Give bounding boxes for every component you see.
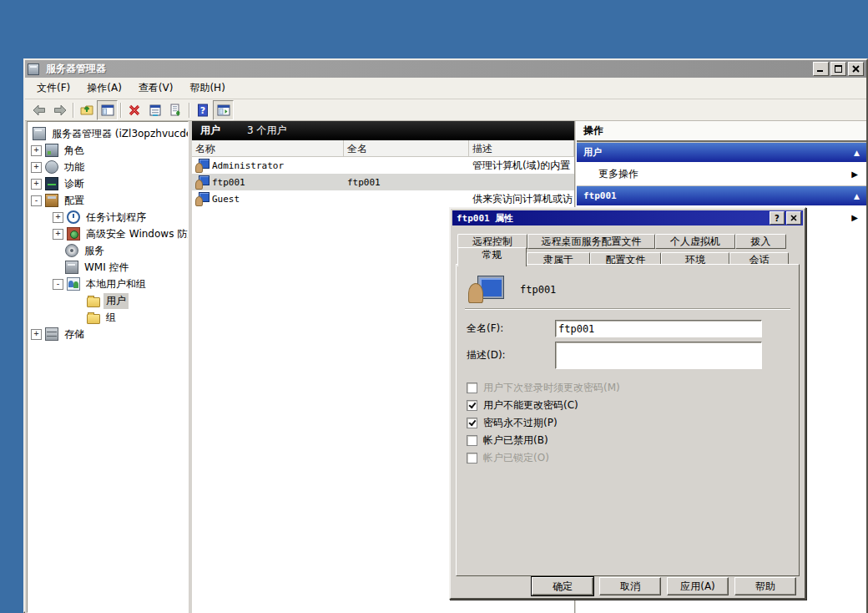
checkbox-must-change-password[interactable]: 用户下次登录时须更改密码(M) <box>467 382 620 394</box>
up-folder-button[interactable] <box>76 100 97 120</box>
tree-item-configuration[interactable]: -配置 <box>28 192 188 209</box>
tree-item-diagnostics[interactable]: +诊断 <box>28 175 188 192</box>
actions-section-ftp001[interactable]: ftp001 ▲ <box>577 185 866 205</box>
close-button[interactable] <box>848 62 864 76</box>
column-header-name[interactable]: 名称 <box>192 140 344 156</box>
checkbox-icon[interactable] <box>467 382 477 393</box>
window-title: 服务器管理器 <box>46 62 811 76</box>
fullname-label: 全名(F): <box>467 322 555 336</box>
toolbar-separator <box>120 103 121 118</box>
wmi-control-icon <box>65 261 78 274</box>
checkbox-icon[interactable] <box>467 435 477 446</box>
expander-plus[interactable]: + <box>31 162 42 173</box>
expander-plus[interactable]: + <box>53 212 63 223</box>
diagnostics-icon <box>45 177 58 190</box>
collapse-icon[interactable]: ▲ <box>854 149 860 157</box>
more-actions-users[interactable]: 更多操作 ▶ <box>577 162 866 185</box>
dialog-buttons: 确定 取消 应用(A) 帮助 <box>526 577 796 595</box>
checkbox-icon[interactable] <box>467 453 477 464</box>
tab-personal-vm[interactable]: 个人虚拟机 <box>655 234 735 249</box>
expander-plus[interactable]: + <box>31 329 42 340</box>
tab-rds-profile[interactable]: 远程桌面服务配置文件 <box>527 234 655 249</box>
services-icon <box>65 244 78 257</box>
show-action-pane-button[interactable] <box>213 100 234 120</box>
tab-row-lower: 常规隶属于配置文件环境会话 <box>457 249 798 264</box>
export-list-icon <box>169 104 183 117</box>
tree-item-local-users-groups[interactable]: -本地用户和组 <box>28 276 188 292</box>
tree-item-storage[interactable]: +存储 <box>28 326 188 342</box>
checkbox-account-disabled[interactable]: 帐户已禁用(B) <box>467 434 548 447</box>
back-button[interactable] <box>28 100 49 120</box>
back-icon <box>33 104 46 117</box>
properties-button[interactable] <box>144 100 165 120</box>
column-header-fullname[interactable]: 全名 <box>344 140 469 156</box>
menu-view[interactable]: 查看(V) <box>130 79 182 98</box>
export-list-button[interactable] <box>165 100 186 120</box>
menu-help[interactable]: 帮助(H) <box>181 79 233 98</box>
list-title: 用户 <box>200 124 220 138</box>
help-icon: ? <box>196 104 209 117</box>
delete-button[interactable] <box>124 100 144 120</box>
help-button[interactable]: 帮助 <box>734 577 796 595</box>
dialog-titlebar[interactable]: ftp001 属性 ? <box>452 210 803 225</box>
task-scheduler-icon <box>67 210 80 224</box>
server-manager-icon <box>28 63 39 75</box>
user-row-guest[interactable]: Guest 供来宾访问计算机或访 <box>192 190 574 207</box>
apply-button[interactable]: 应用(A) <box>667 577 729 595</box>
list-count: 3 个用户 <box>247 124 286 138</box>
dialog-help-button[interactable]: ? <box>770 211 785 225</box>
tab-general[interactable]: 常规 <box>457 247 527 266</box>
forward-icon <box>53 104 67 117</box>
close-icon <box>790 215 797 221</box>
expander-minus[interactable]: - <box>31 195 42 206</box>
question-icon: ? <box>775 214 780 223</box>
tree-item-task-scheduler[interactable]: +任务计划程序 <box>28 209 188 225</box>
user-row-administrator[interactable]: Administrator 管理计算机(域)的内置 <box>192 157 574 174</box>
tree-item-firewall[interactable]: +高级安全 Windows 防火墙 <box>28 225 188 242</box>
minimize-button[interactable] <box>813 62 829 76</box>
expander-plus[interactable]: + <box>31 145 42 156</box>
expander-plus[interactable]: + <box>31 179 42 190</box>
column-header-description[interactable]: 描述 <box>469 140 574 156</box>
tree-item-services[interactable]: 服务 <box>28 242 188 259</box>
menu-action[interactable]: 操作(A) <box>78 79 130 98</box>
checkbox-icon[interactable] <box>467 418 477 428</box>
tree-item-users[interactable]: 用户 <box>28 292 188 309</box>
description-field-row: 描述(D): <box>467 342 762 369</box>
tree-item-roles[interactable]: +角色 <box>28 142 188 159</box>
actions-section-users[interactable]: 用户 ▲ <box>577 142 866 162</box>
window-titlebar[interactable]: 服务器管理器 <box>25 60 866 78</box>
divider <box>465 308 790 310</box>
description-input[interactable] <box>555 342 762 369</box>
console-tree-panel: 服务器管理器 (iZl3opzhvucde3 +角色 +功能 +诊断 -配置 +… <box>27 121 189 613</box>
fullname-input[interactable] <box>555 320 762 337</box>
cancel-button[interactable]: 取消 <box>599 577 661 595</box>
collapse-icon[interactable]: ▲ <box>854 192 860 200</box>
expander-minus[interactable]: - <box>53 279 63 290</box>
menu-file[interactable]: 文件(F) <box>28 79 78 98</box>
column-header-row: 名称 全名 描述 <box>192 140 574 157</box>
actions-header: 操作 <box>577 121 866 142</box>
expander-plus[interactable]: + <box>53 229 63 240</box>
checkbox-cannot-change-password[interactable]: 用户不能更改密码(C) <box>467 399 578 412</box>
checkbox-password-never-expires[interactable]: 密码永不过期(P) <box>467 417 558 429</box>
folder-icon <box>87 297 100 307</box>
list-header: 用户 3 个用户 <box>192 121 574 140</box>
forward-button[interactable] <box>49 100 70 120</box>
tree-item-wmi-control[interactable]: WMI 控件 <box>28 259 188 276</box>
show-console-tree-button[interactable] <box>97 100 118 120</box>
help-button[interactable]: ? <box>192 100 213 120</box>
dialog-close-button[interactable] <box>786 211 801 225</box>
tree-item-groups[interactable]: 组 <box>28 309 188 326</box>
tree-item-root[interactable]: 服务器管理器 (iZl3opzhvucde3 <box>28 125 188 142</box>
tree-item-features[interactable]: +功能 <box>28 159 188 175</box>
user-row-ftp001[interactable]: ftp001 ftp001 <box>192 174 574 190</box>
ok-button[interactable]: 确定 <box>532 577 593 595</box>
user-identity: ftp001 <box>468 276 556 303</box>
checkbox-account-locked[interactable]: 帐户已锁定(O) <box>467 452 549 464</box>
tab-dial-in[interactable]: 拨入 <box>735 234 786 249</box>
maximize-button[interactable] <box>830 62 846 76</box>
toolbar-separator <box>189 103 189 118</box>
checkbox-icon[interactable] <box>467 400 477 411</box>
dialog-user-name: ftp001 <box>520 284 556 296</box>
